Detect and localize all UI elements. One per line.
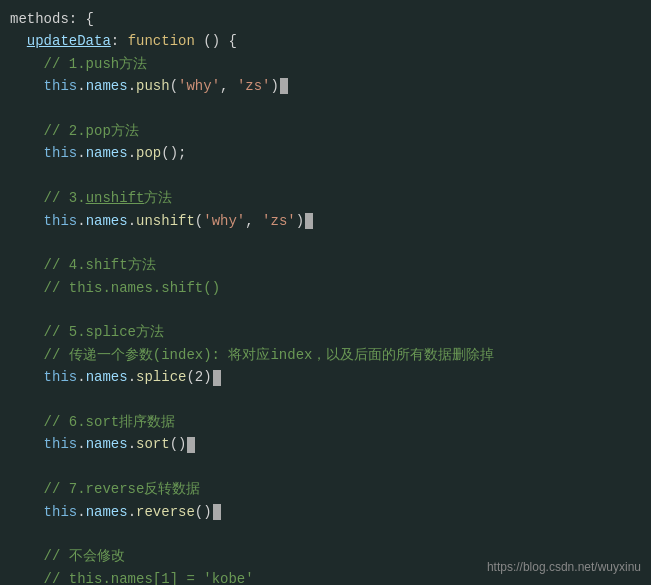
code-line-1: methods: { xyxy=(10,8,641,30)
code-line-21 xyxy=(10,456,641,478)
code-line-24 xyxy=(10,523,641,545)
code-line-19: // 6.sort排序数据 xyxy=(10,411,641,433)
code-line-15: // 5.splice方法 xyxy=(10,321,641,343)
code-line-11 xyxy=(10,232,641,254)
code-line-20: this.names.sort() xyxy=(10,433,641,455)
code-line-9: // 3.unshift方法 xyxy=(10,187,641,209)
code-line-5 xyxy=(10,98,641,120)
code-line-3: // 1.push方法 xyxy=(10,53,641,75)
code-line-8 xyxy=(10,165,641,187)
code-line-13: // this.names.shift() xyxy=(10,277,641,299)
code-line-6: // 2.pop方法 xyxy=(10,120,641,142)
code-line-12: // 4.shift方法 xyxy=(10,254,641,276)
code-line-23: this.names.reverse() xyxy=(10,501,641,523)
code-line-14 xyxy=(10,299,641,321)
code-line-17: this.names.splice(2) xyxy=(10,366,641,388)
code-line-10: this.names.unshift('why', 'zs') xyxy=(10,210,641,232)
code-line-16: // 传递一个参数(index): 将对应index，以及后面的所有数据删除掉 xyxy=(10,344,641,366)
code-editor: methods: { updateData: function () { // … xyxy=(0,0,651,585)
code-line-4: this.names.push('why', 'zs') xyxy=(10,75,641,97)
code-line-2: updateData: function () { xyxy=(10,30,641,52)
code-line-7: this.names.pop(); xyxy=(10,142,641,164)
url-watermark: https://blog.csdn.net/wuyxinu xyxy=(487,558,641,577)
code-line-18 xyxy=(10,389,641,411)
code-line-22: // 7.reverse反转数据 xyxy=(10,478,641,500)
